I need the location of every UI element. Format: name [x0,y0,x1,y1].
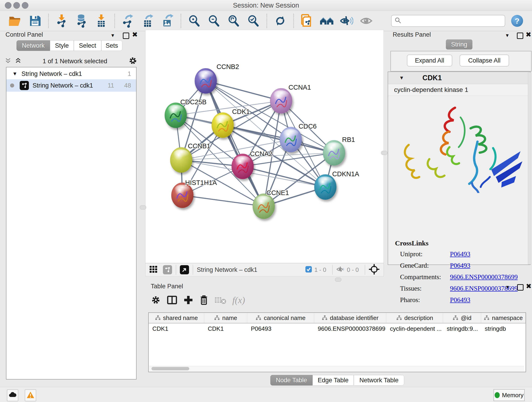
export-table-icon [141,14,154,28]
column-header-sharedname[interactable]: shared name [149,313,204,323]
add-column-icon[interactable] [183,295,193,305]
table-cell[interactable]: 9606.ENSP00000378699 [314,323,386,334]
zoom-selected-icon [247,14,260,27]
show-columns-icon[interactable] [167,295,177,305]
export-image-button[interactable] [158,13,177,29]
hide-selected-button[interactable] [336,13,356,29]
delete-table-icon-disabled [215,295,226,305]
zoom-fit-icon [227,14,240,27]
column-header-databaseidentifier[interactable]: database identifier [314,313,386,323]
export-table-button[interactable] [138,13,158,29]
crosslinks-title: CrossLinks [395,239,530,247]
panel-menu-icon[interactable]: ▾ [111,32,114,38]
import-network-database-button[interactable] [72,13,91,29]
zoom-in-button[interactable] [184,13,204,29]
network-tree: ▼ String Network – cdk1 1 String Network… [6,67,137,380]
crosslink-genecard-link[interactable]: P06493 [450,262,470,269]
float-panel-icon[interactable] [517,32,523,39]
collection-expander-icon[interactable]: ▼ [12,71,17,77]
apply-layout-button[interactable] [270,13,290,29]
zoom-selected-button[interactable] [244,13,263,29]
tab-node-table[interactable]: Node Table [270,375,312,385]
column-header-description[interactable]: description [386,313,443,323]
zoom-fit-button[interactable] [224,13,244,29]
scrollbar-thumb[interactable] [152,367,189,370]
column-header-id[interactable]: @id [443,313,481,323]
refresh-icon [274,14,287,27]
table-cell[interactable]: CDK1 [204,323,247,334]
tab-string[interactable]: String [446,39,472,50]
network-view-icon[interactable] [163,265,172,274]
tab-select[interactable]: Select [74,40,101,51]
table-cell[interactable]: cyclin-dependent ... [386,323,443,334]
network-row-selected[interactable]: String Network – cdk1 11 48 [6,79,136,92]
expand-all-networks-icon[interactable] [15,57,22,65]
close-panel-icon[interactable]: ✖ [526,32,531,37]
left-splitter-handle[interactable] [140,205,146,210]
import-table-button[interactable] [91,13,111,29]
string-network-graph[interactable]: CCNB2CCNA1CDC25BCDK1CDC6RB1CCNB1CCNA2CDK… [146,30,384,263]
table-cell[interactable]: P06493 [247,323,314,334]
expand-all-button[interactable]: Expand All [407,55,452,66]
network-options-gear-icon[interactable] [128,56,138,66]
column-header-namespace[interactable]: namespace [481,313,526,323]
grid-view-icon[interactable] [149,265,158,274]
protein-card-header[interactable]: ▼ CDK1 [388,72,530,84]
close-panel-icon[interactable]: ✖ [526,284,532,289]
horizontal-scrollbar[interactable] [149,366,524,371]
new-network-from-selection-button[interactable] [297,13,317,29]
tab-network-table[interactable]: Network Table [354,375,404,385]
birds-eye-view-icon[interactable] [180,265,189,274]
show-all-button[interactable] [356,13,376,29]
table-cell[interactable]: stringdb [481,323,526,334]
collapse-section-icon[interactable]: ▼ [399,75,404,81]
column-header-name[interactable]: name [204,313,247,323]
tab-style[interactable]: Style [50,40,74,51]
close-panel-icon[interactable]: ✖ [132,32,138,37]
svg-text:CCNA1: CCNA1 [288,84,311,91]
network-collection-row[interactable]: ▼ String Network – cdk1 1 [6,68,136,79]
node-table[interactable]: shared namenamecanonical namedatabase id… [148,313,526,372]
selected-checkbox-icon[interactable] [305,266,312,274]
cloud-status-button[interactable] [7,389,18,401]
network-canvas[interactable]: CCNB2CCNA1CDC25BCDK1CDC6RB1CCNB1CCNA2CDK… [145,30,384,263]
svg-text:CDC25B: CDC25B [180,98,206,106]
collapse-all-button[interactable]: Collapse All [460,55,509,66]
warnings-button[interactable] [25,389,36,401]
export-network-button[interactable] [118,13,138,29]
delete-column-trash-icon[interactable] [199,295,209,305]
crosslink-uniprot-link[interactable]: P06493 [450,250,470,258]
panel-menu-icon[interactable]: ▾ [506,32,509,38]
import-network-file-button[interactable] [52,13,72,29]
bottom-splitter-handle[interactable] [335,278,341,282]
zoom-out-button[interactable] [204,13,224,29]
collection-count: 1 [128,70,131,77]
table-settings-gear-icon[interactable] [151,295,161,305]
hidden-eye-slash-icon[interactable] [336,266,345,274]
center-view-crosshair-icon[interactable] [369,264,380,275]
collapse-all-networks-icon[interactable] [5,57,12,65]
help-button[interactable]: ? [511,15,523,27]
panel-menu-icon[interactable]: ▾ [506,284,509,290]
table-cell[interactable]: CDK1 [149,323,204,334]
tab-sets[interactable]: Sets [101,40,122,51]
function-builder-icon-disabled: f(x) [232,295,245,306]
search-input[interactable] [404,16,505,26]
first-neighbors-button[interactable] [317,13,336,29]
protein-description: cyclin-dependent kinase 1 [388,84,530,96]
open-session-button[interactable] [6,13,25,29]
tab-network[interactable]: Network [17,40,50,51]
column-label: namespace [492,314,523,322]
float-panel-icon[interactable] [123,32,129,39]
column-header-canonicalname[interactable]: canonical name [247,313,314,323]
save-session-button[interactable] [25,13,45,29]
edge-count: 48 [124,82,131,89]
search-field[interactable] [391,15,505,27]
memory-button[interactable]: Memory [494,389,525,401]
table-row[interactable]: CDK1CDK1P064939606.ENSP00000378699cyclin… [149,323,526,334]
crosslink-compartments-link[interactable]: 9606.ENSP00000378699 [450,273,518,281]
results-scrollbar[interactable] [528,72,531,264]
table-cell[interactable]: stringdb:9... [443,323,481,334]
float-panel-icon[interactable] [517,284,524,291]
tab-edge-table[interactable]: Edge Table [312,375,354,385]
